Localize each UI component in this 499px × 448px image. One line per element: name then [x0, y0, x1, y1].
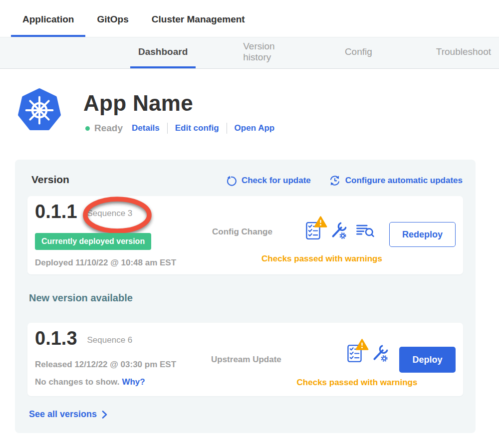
preflight-checks-icon[interactable] — [305, 222, 321, 240]
current-version-card: 0.1.1 Sequence 3 Currently deployed vers… — [27, 196, 463, 274]
deploy-button[interactable]: Deploy — [399, 347, 456, 373]
kubernetes-logo-icon — [17, 88, 61, 133]
version-panel: Version Check for update Configure autom… — [15, 160, 476, 433]
tab-troubleshoot[interactable]: Troubleshoot — [428, 37, 499, 68]
status-ready-dot-icon — [85, 126, 90, 131]
preflight-checks-icon[interactable] — [347, 344, 362, 363]
configure-automatic-updates-label: Configure automatic updates — [345, 176, 463, 186]
preflight-warning-text: Checks passed with warnings — [247, 254, 397, 264]
divider — [227, 123, 227, 134]
details-link[interactable]: Details — [132, 123, 160, 133]
warning-triangle-icon — [314, 216, 327, 228]
version-panel-heading: Version — [31, 174, 69, 186]
view-diff-icon[interactable] — [356, 223, 375, 238]
app-sub-nav: Dashboard Version history Config Trouble… — [0, 37, 499, 69]
tab-config[interactable]: Config — [337, 37, 380, 68]
new-version-sequence: Sequence 6 — [87, 335, 133, 345]
page-title: App Name — [83, 91, 274, 116]
new-version-number: 0.1.3 — [35, 329, 77, 348]
configure-automatic-updates-link[interactable]: Configure automatic updates — [329, 175, 463, 187]
auto-update-clock-icon — [329, 175, 341, 187]
new-version-source: Upstream Update — [211, 355, 281, 365]
new-version-card: 0.1.3 Sequence 6 Released 12/12/22 @ 03:… — [27, 323, 463, 396]
no-changes-label: No changes to show. — [35, 377, 119, 387]
check-for-update-link[interactable]: Check for update — [226, 175, 311, 187]
released-timestamp: Released 12/12/22 @ 03:30 pm EST — [35, 360, 176, 370]
check-for-update-label: Check for update — [242, 176, 311, 186]
why-link[interactable]: Why? — [122, 377, 145, 387]
tab-dashboard[interactable]: Dashboard — [130, 37, 196, 68]
edit-config-link[interactable]: Edit config — [175, 123, 219, 133]
app-header: App Name Ready Details Edit config Open … — [17, 88, 499, 134]
preflight-warning-text: Checks passed with warnings — [281, 378, 433, 388]
tab-application[interactable]: Application — [11, 14, 85, 37]
deployed-timestamp: Deployed 11/10/22 @ 10:48 am EST — [35, 258, 176, 268]
current-version-sequence: Sequence 3 — [87, 209, 133, 219]
no-changes-text: No changes to show.Why? — [35, 377, 145, 387]
edit-config-wrench-icon[interactable] — [329, 221, 347, 240]
chevron-right-icon — [101, 410, 108, 419]
see-all-versions-label: See all versions — [29, 409, 97, 420]
tab-cluster-management[interactable]: Cluster Management — [140, 14, 256, 37]
current-version-source: Config Change — [212, 227, 272, 237]
status-badge: Ready — [94, 123, 123, 134]
current-version-number: 0.1.1 — [35, 202, 77, 221]
edit-config-wrench-icon[interactable] — [371, 344, 389, 363]
currently-deployed-badge: Currently deployed version — [35, 233, 151, 250]
top-nav: Application GitOps Cluster Management — [0, 0, 499, 37]
divider — [167, 123, 168, 134]
redeploy-button[interactable]: Redeploy — [389, 222, 456, 247]
warning-triangle-icon — [355, 338, 369, 351]
tab-gitops[interactable]: GitOps — [85, 14, 140, 37]
tab-version-history[interactable]: Version history — [235, 37, 289, 68]
open-app-link[interactable]: Open App — [235, 123, 275, 133]
refresh-icon — [226, 175, 237, 187]
see-all-versions-link[interactable]: See all versions — [29, 409, 108, 420]
new-version-available-heading: New version available — [29, 292, 133, 304]
